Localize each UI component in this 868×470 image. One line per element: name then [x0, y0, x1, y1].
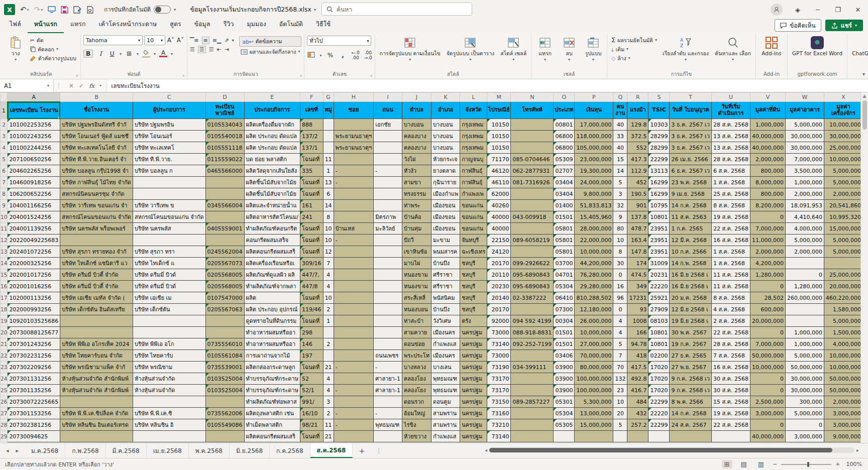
row-header-12[interactable]: 12 [1, 234, 8, 246]
zoom-in-icon[interactable]: + [835, 461, 840, 467]
row-header-8[interactable]: 8 [1, 188, 8, 200]
cell-T15[interactable]: 16 มิ.ย 2568 เ [670, 269, 711, 281]
cell-S18[interactable]: 27909 [648, 304, 670, 315]
column-header-F[interactable]: F [300, 93, 323, 102]
cell-D24[interactable]: 0103525004 [205, 373, 244, 385]
cell-R19[interactable]: 1008 [627, 315, 648, 327]
column-header-R[interactable]: R [627, 93, 648, 102]
cell-T20[interactable]: 30 พ.ค. 2567 [670, 327, 711, 338]
menu-tab-9[interactable]: อัตโนมัติ [273, 17, 309, 33]
cell-C5[interactable]: บริษัท ที.พี.วาย. [133, 154, 205, 165]
cancel-entry-icon[interactable]: ✕ [69, 82, 74, 89]
cell-K5[interactable]: ห้วยกระเจ [431, 154, 460, 165]
underline-button[interactable]: U [108, 50, 116, 57]
cell-N18[interactable] [511, 304, 554, 315]
column-header-T[interactable]: T [670, 93, 711, 102]
cell-A20[interactable]: 20730088125677 [8, 327, 60, 338]
cell-C29[interactable] [133, 431, 205, 442]
cell-B25[interactable]: ห้างหุ้นส่วนจำกัด สำนักพิมพ์ [60, 385, 133, 396]
cell-F25[interactable]: 52/1 [300, 385, 323, 396]
cell-S21[interactable]: 10801 [648, 338, 670, 350]
cell-U25[interactable]: 30 ส.ค. 2568 [711, 385, 750, 396]
cell-R4[interactable]: 552 [627, 142, 648, 154]
cell-F14[interactable]: 309/16 [300, 258, 323, 269]
cell-A27[interactable]: 207301153256 [8, 408, 60, 419]
cell-I16[interactable] [374, 281, 402, 292]
cell-T10[interactable]: 11 ส.ค. 2563 [670, 211, 711, 223]
cell-P18[interactable]: 12,180,000 [575, 304, 613, 315]
cell-C3[interactable]: บริษัท โอนเนอร์ [133, 131, 205, 142]
cell-J26[interactable]: ดอนรวก [402, 396, 431, 408]
minimize-button[interactable]: ─ [813, 6, 823, 14]
cell-J22[interactable]: พระประโท [402, 350, 431, 362]
cell-K22[interactable]: เมืองนคร [431, 350, 460, 362]
cell-I17[interactable] [374, 292, 402, 304]
cell-I27[interactable]: - [374, 408, 402, 419]
cell-M16[interactable]: 20230 [487, 281, 511, 292]
cell-P7[interactable]: 24,000,000 [575, 177, 613, 188]
avatar[interactable] [771, 4, 783, 16]
cell-H17[interactable] [334, 292, 374, 304]
menu-tab-4[interactable]: เค้าโครงหน้ากระดาษ [92, 17, 164, 33]
cell-Q5[interactable]: 15 [613, 154, 627, 165]
cell-C23[interactable]: บริษัท พรณิชาม [133, 362, 205, 373]
cell-H3[interactable]: พระยามนธาตุฯ [334, 131, 374, 142]
cell-U9[interactable]: 8 ส.ค. 2568 [711, 200, 750, 211]
cell-D20[interactable] [205, 327, 244, 338]
cell-H2[interactable] [334, 119, 374, 131]
cell-O25[interactable]: 03900 [554, 385, 575, 396]
row-header-4[interactable]: 4 [1, 142, 8, 154]
cell-K12[interactable]: มะขาม [431, 234, 460, 246]
cell-K14[interactable]: บ้านบึง [431, 258, 460, 269]
cell-O22[interactable]: 03406 [554, 350, 575, 362]
cell-G28[interactable]: 11 [323, 419, 334, 431]
cell-X18[interactable]: 1,580,000 [824, 304, 860, 315]
cell-I22[interactable]: ถนนเพชร [374, 350, 402, 362]
cell-Q10[interactable]: 9 [613, 211, 627, 223]
cell-J18[interactable]: หนองบอน [402, 304, 431, 315]
cell-R3[interactable]: 372.5 [627, 131, 648, 142]
cell-L15[interactable]: ชลบุรี [460, 269, 487, 281]
sheet-tab[interactable]: ม.ค.2568 [25, 443, 65, 458]
column-header-G[interactable]: G [323, 93, 334, 102]
cell-J27[interactable]: อ้อมใหญ่ [402, 408, 431, 419]
cell-J7[interactable]: สามขา [402, 177, 431, 188]
cell-M4[interactable]: 10150 [487, 142, 511, 154]
cell-X26[interactable]: 2,000,000 [824, 396, 860, 408]
cell-Q13[interactable]: 8 [613, 246, 627, 258]
cell-G10[interactable]: 8 [323, 211, 334, 223]
cell-T4[interactable]: 3 ธ.ค. 2567 เว [670, 142, 711, 154]
cell-R7[interactable]: 452 [627, 177, 648, 188]
cell-U16[interactable]: 11 ส.ค. 2568 [711, 281, 750, 292]
cell-B23[interactable]: บริษัท พรณิชามาแพ็ค จำกั [60, 362, 133, 373]
cell-Q19[interactable]: 4 [613, 315, 627, 327]
search-input[interactable]: ค้นหา [321, 3, 472, 16]
row-header-6[interactable]: 6 [1, 165, 8, 177]
cell-O9[interactable]: 01400 [554, 200, 575, 211]
cell-S27[interactable]: 22220 [648, 408, 670, 419]
cell-L5[interactable]: กาญจนบุ [460, 154, 487, 165]
cell-G25[interactable]: 4 [323, 385, 334, 396]
cell-A18[interactable]: 202000993256 [8, 304, 60, 315]
cell-C14[interactable]: บริษัท ไทเด็กซ์ แ [133, 258, 205, 269]
cell-E5[interactable]: บด ย่อย พลาสติก [244, 154, 300, 165]
cell-A12[interactable]: 20220049225683 [8, 234, 60, 246]
cell-F5[interactable]: โฉนดที่ [300, 154, 323, 165]
row-header-17[interactable]: 17 [1, 292, 8, 304]
cell-T9[interactable]: 14 ก.ค. 2568 [670, 200, 711, 211]
cell-S6[interactable]: 13113 [648, 165, 670, 177]
cell-S29[interactable] [648, 431, 670, 442]
cell-M20[interactable]: 73000 [487, 327, 511, 338]
cell-O17[interactable]: 06410 [554, 292, 575, 304]
cell-P10[interactable]: 15,405,960 [575, 211, 613, 223]
cell-P11[interactable]: 28,000,000 [575, 223, 613, 234]
sheet-tab[interactable]: เม.ย.2568 [147, 443, 189, 458]
row-header-23[interactable]: 23 [1, 362, 8, 373]
cell-O11[interactable]: 05801 [554, 223, 575, 234]
cell-I23[interactable]: - [374, 362, 402, 373]
cell-H8[interactable] [334, 188, 374, 200]
cell-X16[interactable]: 20,000,000 [824, 281, 860, 292]
cell-Q8[interactable]: 3 [613, 188, 627, 200]
cell-J13[interactable]: เขาหินซ้อ [402, 246, 431, 258]
format-cells-button[interactable]: รูปแบบ▾ [582, 35, 604, 63]
